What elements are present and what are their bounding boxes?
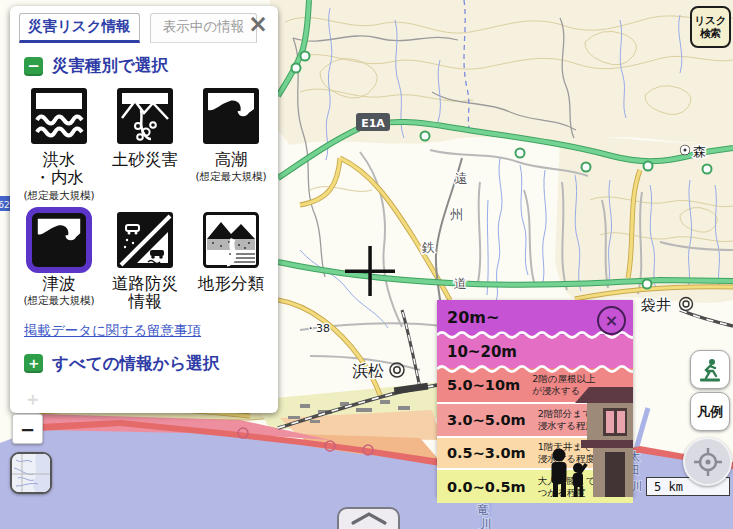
svg-text:62: 62 <box>0 200 10 210</box>
legend-toggle-button[interactable]: 凡例 <box>690 392 730 431</box>
svg-text:遠: 遠 <box>455 171 468 186</box>
collapse-minus-icon[interactable]: − <box>24 57 43 76</box>
disaster-option-road-info[interactable]: 道路防災情報 <box>102 205 188 313</box>
flood-icon <box>31 88 87 144</box>
landslide-icon <box>117 88 173 144</box>
disaster-icon-row-2: 津波 (想定最大規模) <box>16 205 278 313</box>
svg-text:森: 森 <box>693 144 706 159</box>
svg-text:道: 道 <box>454 276 467 291</box>
current-location-button[interactable] <box>683 437 732 486</box>
terrain-classification-icon <box>203 212 259 268</box>
chevron-up-icon <box>349 509 389 527</box>
zoom-out-button[interactable]: − <box>12 414 43 444</box>
svg-text:袋井: 袋井 <box>641 296 671 314</box>
disaster-option-terrain[interactable]: 地形分類 <box>188 205 274 313</box>
legend-row: 0.0~0.5m 大人の膝までつかる程度 <box>437 468 633 503</box>
evacuation-person-icon <box>697 357 723 383</box>
risk-search-button[interactable]: リスク 検索 <box>690 6 731 48</box>
legend-depth: 0.0~0.5m <box>447 479 526 495</box>
tab-disaster-risk-info[interactable]: 災害リスク情報 <box>19 13 140 43</box>
disaster-icon-row-1: 洪水・内水 (想定最大規模) 土砂災害 <box>16 81 278 203</box>
svg-text:竜: 竜 <box>477 503 489 517</box>
panel-close-icon[interactable]: × <box>248 12 268 36</box>
legend-row: 3.0~5.0m 2階部分まで浸水する程度 <box>437 402 633 436</box>
overview-map-button[interactable] <box>10 452 52 494</box>
legend-desc: 大人の膝までつかる程度 <box>538 475 596 499</box>
road-disaster-icon <box>117 212 173 268</box>
disaster-option-tsunami[interactable]: 津波 (想定最大規模) <box>16 205 102 313</box>
legend-desc: 1階天井まで浸水する程度 <box>538 441 595 465</box>
svg-text:E1A: E1A <box>361 117 385 130</box>
svg-text:鉄: 鉄 <box>421 240 435 255</box>
section-title-all-info: すべての情報から選択 <box>52 353 219 375</box>
disaster-option-storm-surge[interactable]: 高潮 (想定最大規模) <box>188 81 274 203</box>
tsunami-depth-legend: 20m~ × 10~20m 5.0~10m 2階の屋根以上が浸水する 3.0~5… <box>437 300 633 497</box>
disaster-risk-panel: 災害リスク情報 表示中の情報 × − 災害種別で選択 洪水・内水 ( <box>10 6 278 413</box>
svg-text:川: 川 <box>480 517 492 529</box>
storm-surge-icon <box>203 88 259 144</box>
collapse-panel-chevron-button[interactable] <box>337 507 400 529</box>
evacuation-site-button[interactable] <box>690 350 730 389</box>
legend-close-button[interactable]: × <box>597 306 626 335</box>
legend-depth: 10~20m <box>447 343 517 361</box>
legend-row: 0.5~3.0m 1階天井まで浸水する程度 <box>437 436 633 468</box>
legend-depth: 20m~ <box>447 308 499 327</box>
risk-search-label-1: リスク <box>694 14 726 27</box>
hazard-map-app: E1A 62 森 袋井 浜松 ・38 <box>0 0 733 529</box>
gps-target-icon <box>693 447 723 477</box>
risk-search-label-2: 検索 <box>700 27 721 40</box>
legend-row: 5.0~10m 2階の屋根以上が浸水する <box>437 368 633 402</box>
scale-label: 5 km <box>654 480 683 494</box>
disaster-option-flood[interactable]: 洪水・内水 (想定最大規模) <box>16 81 102 203</box>
tsunami-icon <box>32 213 86 267</box>
terrain-tint <box>270 0 733 145</box>
disaster-option-landslide[interactable]: 土砂災害 <box>102 81 188 203</box>
legend-desc: 2階の屋根以上が浸水する <box>532 373 595 397</box>
tab-displayed-info[interactable]: 表示中の情報 <box>150 13 257 43</box>
overview-map-thumbnail <box>12 454 50 492</box>
legend-depth: 0.5~3.0m <box>447 445 526 461</box>
legend-row: 10~20m <box>437 335 633 368</box>
legend-desc: 2階部分まで浸水する程度 <box>538 408 595 432</box>
data-notes-link[interactable]: 掲載データに関する留意事項 <box>24 322 201 340</box>
legend-button-label: 凡例 <box>697 403 723 421</box>
spot-elevation: ・38 <box>305 322 330 335</box>
tsunami-selected-frame <box>26 207 92 273</box>
svg-text:州: 州 <box>450 207 463 222</box>
section-title-disaster-type: 災害種別で選択 <box>52 55 168 77</box>
svg-text:川: 川 <box>632 480 643 493</box>
svg-text:浜松: 浜松 <box>352 361 384 380</box>
panel-tabbar: 災害リスク情報 表示中の情報 × <box>10 6 278 43</box>
legend-depth: 5.0~10m <box>447 377 520 393</box>
legend-row: 20m~ × <box>437 300 633 335</box>
legend-depth: 3.0~5.0m <box>447 412 526 428</box>
expressway-shield-e1a: E1A <box>356 113 390 131</box>
expand-plus-icon[interactable]: ＋ <box>24 354 43 373</box>
zoom-out-label: − <box>20 419 35 440</box>
